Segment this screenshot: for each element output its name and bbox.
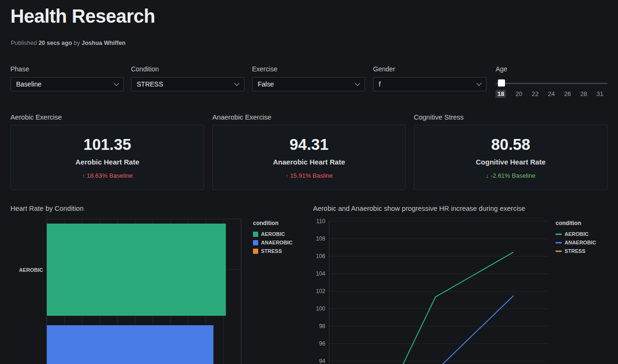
kpi-cognitive-delta: ↓ -2.61% Baseline [486, 172, 536, 179]
kpi-aerobic-delta-text: 18.63% Baseline [87, 172, 133, 179]
by-label: by [74, 40, 80, 46]
svg-text:AEROBIC: AEROBIC [19, 267, 43, 273]
legend-label-aerobic: AEROBIC [261, 231, 285, 237]
legend-label-anaerobic: ANAEROBIC [565, 240, 596, 245]
arrow-up-icon: ↑ [285, 172, 288, 179]
legend-swatch-aerobic [253, 232, 258, 237]
filter-phase: Phase Baseline [10, 65, 124, 91]
gender-select[interactable]: f [373, 77, 487, 91]
kpi-anaerobic-label: Anaerobic Heart Rate [273, 158, 345, 166]
phase-select-value: Baseline [16, 80, 42, 88]
kpi-aerobic-value: 101.35 [84, 136, 131, 154]
kpi-anaerobic-delta-text: 15.91% Basline [290, 172, 332, 179]
svg-text:104: 104 [316, 270, 325, 277]
published-line: Published 20 secs ago by Joshua Whiffen [11, 40, 126, 46]
legend-swatch-anaerobic [556, 242, 562, 243]
condition-select-value: STRESS [137, 80, 163, 88]
kpi-anaerobic-card: 94.31 Anaerobic Heart Rate ↑ 15.91% Basl… [212, 125, 406, 190]
kpi-anaerobic-delta: ↑ 15.91% Basline [285, 172, 332, 179]
age-tick: 28 [580, 90, 587, 97]
svg-text:102: 102 [316, 288, 325, 295]
age-slider-ticks: 18 20 22 24 26 28 31 [496, 90, 603, 98]
page-title: Health Research [10, 6, 155, 27]
age-tick: 31 [597, 90, 603, 97]
published-time: 20 secs ago [38, 40, 72, 46]
filter-gender-label: Gender [373, 65, 487, 73]
exercise-select-value: False [258, 80, 274, 88]
kpi-aerobic-card: 101.35 Aerobic Heart Rate ↑ 18.63% Basel… [10, 125, 204, 190]
legend-item-aerobic[interactable]: AEROBIC [253, 231, 293, 237]
filter-age-label: Age [496, 65, 608, 73]
age-tick: 24 [548, 90, 555, 97]
kpi-cognitive-label: Cognitive Heart Rate [476, 158, 546, 166]
svg-text:94: 94 [319, 358, 326, 364]
legend-label-stress: STRESS [565, 248, 585, 254]
arrow-down-icon: ↓ [486, 172, 489, 179]
legend-label-aerobic: AEROBIC [565, 231, 589, 237]
kpi-aerobic-title: Aerobic Exercise [10, 113, 204, 121]
legend-item-aerobic[interactable]: AEROBIC [556, 231, 596, 237]
legend-label-stress: STRESS [261, 248, 282, 254]
published-label: Published [11, 40, 37, 46]
legend-swatch-anaerobic [253, 240, 258, 245]
chevron-down-icon [355, 80, 360, 86]
age-tick: 22 [532, 90, 539, 97]
author-name: Joshua Whiffen [81, 40, 125, 46]
legend-title: condition [556, 220, 596, 226]
age-slider [496, 77, 608, 89]
legend-swatch-stress [556, 251, 562, 252]
legend-swatch-aerobic [556, 234, 562, 235]
kpi-anaerobic: Anaerobic Exercise 94.31 Anaerobic Heart… [212, 113, 406, 190]
filter-condition: Condition STRESS [131, 65, 244, 91]
svg-text:96: 96 [319, 340, 326, 347]
bar-chart: AEROBICANAEROBIC [10, 217, 247, 364]
legend-title: condition [253, 220, 293, 226]
legend-swatch-stress [253, 249, 258, 254]
kpi-aerobic: Aerobic Exercise 101.35 Aerobic Heart Ra… [10, 113, 204, 190]
svg-text:110: 110 [316, 218, 325, 225]
chevron-down-icon [476, 80, 481, 86]
kpi-cognitive-title: Cognitive Stress [414, 113, 608, 121]
line-chart: 110108106104102100989694 [313, 217, 552, 364]
legend-item-anaerobic[interactable]: ANAEROBIC [253, 240, 293, 245]
filter-condition-label: Condition [131, 65, 244, 73]
age-slider-track[interactable] [496, 83, 608, 84]
kpi-aerobic-delta: ↑ 18.63% Baseline [82, 172, 133, 179]
kpi-cognitive-value: 80.58 [491, 136, 531, 154]
chevron-down-icon [113, 80, 119, 86]
svg-text:100: 100 [316, 305, 325, 312]
condition-select[interactable]: STRESS [131, 77, 244, 91]
legend-label-anaerobic: ANAEROBIC [261, 240, 293, 245]
kpi-cognitive: Cognitive Stress 80.58 Cognitive Heart R… [414, 113, 608, 190]
kpi-aerobic-label: Aerobic Heart Rate [75, 158, 139, 166]
svg-text:106: 106 [316, 253, 325, 260]
filter-age: Age 18 20 22 24 26 28 31 [496, 65, 608, 98]
filter-exercise: Exercise False [252, 65, 365, 91]
arrow-up-icon: ↑ [82, 172, 85, 179]
filter-exercise-label: Exercise [252, 65, 365, 73]
age-tick: 26 [564, 90, 571, 97]
line-chart-title: Aerobic and Anaerobic show progressive H… [313, 205, 525, 212]
kpi-anaerobic-value: 94.31 [289, 136, 329, 154]
age-tick-selected: 18 [496, 90, 506, 98]
svg-text:108: 108 [316, 235, 325, 242]
legend-item-stress[interactable]: STRESS [253, 248, 293, 254]
bar-chart-legend: condition AEROBIC ANAEROBIC STRESS [253, 220, 293, 257]
age-tick: 20 [515, 90, 522, 97]
svg-text:98: 98 [319, 323, 326, 329]
filter-gender: Gender f [373, 65, 487, 91]
bar-chart-title: Heart Rate by Condition [10, 205, 84, 212]
kpi-anaerobic-title: Anaerobic Exercise [212, 113, 406, 121]
legend-item-stress[interactable]: STRESS [556, 248, 596, 254]
phase-select[interactable]: Baseline [10, 77, 124, 91]
exercise-select[interactable]: False [252, 77, 365, 91]
gender-select-value: f [379, 80, 381, 88]
chevron-down-icon [234, 80, 239, 86]
filter-phase-label: Phase [10, 65, 124, 73]
age-slider-handle[interactable] [498, 79, 505, 87]
kpi-cognitive-card: 80.58 Cognitive Heart Rate ↓ -2.61% Base… [414, 125, 608, 190]
legend-item-anaerobic[interactable]: ANAEROBIC [556, 240, 596, 245]
kpi-cognitive-delta-text: -2.61% Baseline [491, 172, 536, 179]
line-chart-legend: condition AEROBIC ANAEROBIC STRESS [556, 220, 596, 257]
